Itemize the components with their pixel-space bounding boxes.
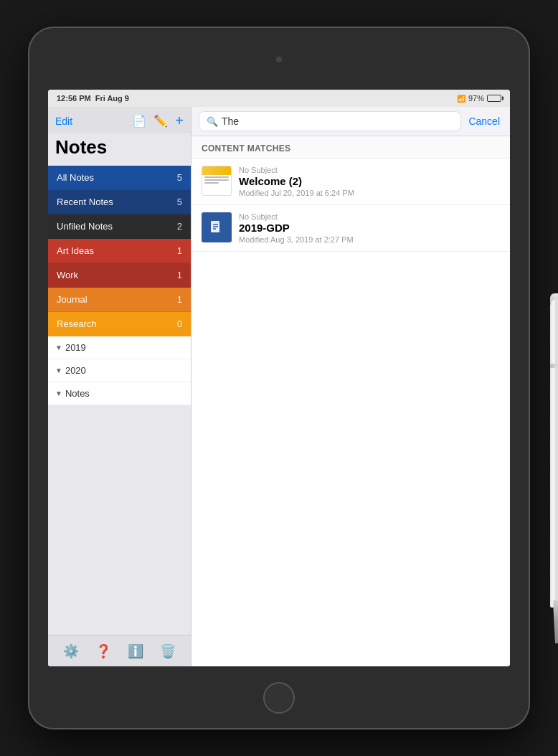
note-no-subject-gdp: No Subject <box>239 212 500 221</box>
sidebar-group-2020[interactable]: ▼ 2020 <box>48 359 191 382</box>
research-label: Research <box>57 318 97 329</box>
recent-notes-count: 5 <box>177 197 182 207</box>
recent-notes-label: Recent Notes <box>57 197 113 207</box>
sidebar-list: All Notes 5 Recent Notes 5 Unfiled Notes… <box>48 166 191 635</box>
search-bar: 🔍 Cancel <box>191 107 510 136</box>
note-no-subject: No Subject <box>239 166 500 174</box>
note-thumbnail-gdp <box>202 212 232 242</box>
notes-title: Notes <box>48 133 191 166</box>
thumb-line <box>204 182 219 184</box>
chevron-down-icon: ▼ <box>55 367 62 374</box>
group-2020-label: 2020 <box>65 365 86 376</box>
search-input-wrapper[interactable]: 🔍 <box>199 111 461 131</box>
all-notes-count: 5 <box>177 172 182 183</box>
work-label: Work <box>57 270 78 280</box>
note-thumb-lines <box>202 175 231 195</box>
art-ideas-count: 1 <box>177 245 182 256</box>
battery-icon <box>487 95 501 102</box>
chevron-down-icon: ▼ <box>55 344 62 351</box>
thumb-line <box>204 176 229 178</box>
note-title-gdp: 2019-GDP <box>239 222 500 234</box>
add-icon[interactable]: + <box>175 113 184 129</box>
journal-count: 1 <box>177 294 182 305</box>
note-date-gdp: Modified Aug 3, 2019 at 2:27 PM <box>239 235 500 244</box>
cancel-button[interactable]: Cancel <box>465 115 503 127</box>
app-content: Edit 📄 ✏️ + Notes All Notes 5 <box>48 107 510 666</box>
document-icon <box>209 219 224 235</box>
note-info-welcome: No Subject Welcome (2) Modified Jul 20, … <box>239 166 500 197</box>
unfiled-notes-count: 2 <box>177 221 182 232</box>
sidebar-group-2019[interactable]: ▼ 2019 <box>48 336 191 359</box>
time-display: 12:56 PM <box>57 94 91 103</box>
sidebar-item-art-ideas[interactable]: Art Ideas 1 <box>48 239 191 263</box>
edit-button[interactable]: Edit <box>55 115 72 127</box>
search-input[interactable] <box>222 115 453 127</box>
ipad-home-button[interactable] <box>263 682 295 714</box>
note-thumb-yellow <box>202 166 231 175</box>
search-icon: 🔍 <box>207 116 218 127</box>
info-icon[interactable]: ℹ️ <box>125 641 146 662</box>
main-content: 🔍 Cancel Content Matches <box>191 107 510 666</box>
sidebar-item-all-notes[interactable]: All Notes 5 <box>48 166 191 190</box>
note-date-welcome: Modified Jul 20, 2019 at 6:24 PM <box>239 189 500 197</box>
chevron-down-icon: ▼ <box>55 389 62 397</box>
ipad-frame: 12:56 PM Fri Aug 9 📶 97% Edit 📄 <box>28 27 530 729</box>
thumb-line <box>204 179 229 181</box>
sidebar-item-unfiled-notes[interactable]: Unfiled Notes 2 <box>48 214 191 239</box>
status-bar: 12:56 PM Fri Aug 9 📶 97% <box>48 90 510 107</box>
sidebar-item-work[interactable]: Work 1 <box>48 263 191 288</box>
ipad-camera <box>276 57 282 62</box>
status-icons: 📶 97% <box>457 94 501 103</box>
group-2019-label: 2019 <box>65 342 86 353</box>
art-ideas-label: Art Ideas <box>57 245 94 256</box>
note-title-welcome: Welcome (2) <box>239 175 500 187</box>
trash-icon[interactable]: 🗑️ <box>157 641 179 662</box>
apple-pencil <box>547 299 558 643</box>
note-item-gdp[interactable]: No Subject 2019-GDP Modified Aug 3, 2019… <box>191 205 510 252</box>
battery-pct: 97% <box>468 94 484 103</box>
note-item-welcome[interactable]: No Subject Welcome (2) Modified Jul 20, … <box>191 159 510 205</box>
new-note-icon[interactable]: 📄 <box>132 114 146 128</box>
sidebar-footer: ⚙️ ❓ ℹ️ 🗑️ <box>48 635 191 666</box>
unfiled-notes-label: Unfiled Notes <box>57 221 113 232</box>
help-icon[interactable]: ❓ <box>93 641 114 662</box>
all-notes-label: All Notes <box>57 172 94 183</box>
status-time: 12:56 PM Fri Aug 9 <box>57 94 129 103</box>
group-notes-label: Notes <box>65 388 90 399</box>
work-count: 1 <box>177 270 182 280</box>
journal-label: Journal <box>57 294 88 305</box>
settings-icon[interactable]: ⚙️ <box>60 641 82 662</box>
ipad-screen: 12:56 PM Fri Aug 9 📶 97% Edit 📄 <box>48 90 510 666</box>
sidebar-header-icons: 📄 ✏️ + <box>132 113 184 129</box>
date-display: Fri Aug 9 <box>95 94 129 103</box>
content-matches-header: Content Matches <box>191 136 510 159</box>
sidebar-item-research[interactable]: Research 0 <box>48 312 191 336</box>
note-list: No Subject Welcome (2) Modified Jul 20, … <box>191 159 510 666</box>
sidebar-item-journal[interactable]: Journal 1 <box>48 288 191 312</box>
wifi-icon: 📶 <box>457 95 465 103</box>
sidebar-item-recent-notes[interactable]: Recent Notes 5 <box>48 190 191 214</box>
note-info-gdp: No Subject 2019-GDP Modified Aug 3, 2019… <box>239 212 500 244</box>
compose-icon[interactable]: ✏️ <box>153 114 168 128</box>
research-count: 0 <box>177 318 182 329</box>
note-thumbnail-welcome <box>202 166 232 196</box>
sidebar-group-notes[interactable]: ▼ Notes <box>48 382 191 405</box>
sidebar: Edit 📄 ✏️ + Notes All Notes 5 <box>48 107 191 666</box>
sidebar-header: Edit 📄 ✏️ + <box>48 107 191 133</box>
